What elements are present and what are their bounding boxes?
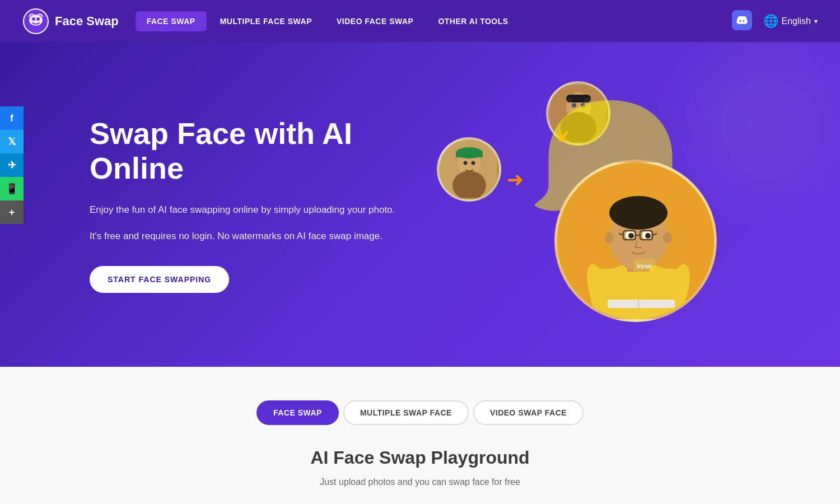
navbar: Face Swap FACE SWAP MULTIPLE FACE SWAP V…	[0, 0, 840, 42]
globe-icon: 🌐	[763, 14, 778, 29]
nav-links: FACE SWAP MULTIPLE FACE SWAP VIDEO FACE …	[136, 11, 732, 31]
svg-point-26	[609, 196, 668, 230]
hero-content: Swap Face with AI Online Enjoy the fun o…	[90, 116, 403, 293]
hero-image-area: ➜ ➜	[403, 76, 750, 333]
section-subtitle: Just upload photos and you can swap face…	[320, 477, 520, 487]
logo-text: Face Swap	[55, 14, 119, 29]
nav-other-ai-tools[interactable]: OTHER AI TOOLS	[427, 11, 519, 31]
tab-multiple-swap-face[interactable]: MULTIPLE SWAP FACE	[343, 400, 469, 425]
svg-rect-19	[456, 153, 483, 157]
svg-point-29	[628, 233, 634, 239]
svg-point-36	[605, 232, 614, 244]
tab-video-swap-face[interactable]: VIDEO SWAP FACE	[473, 400, 584, 425]
nav-right: 🌐 English ▾	[732, 10, 818, 32]
bottom-section: FACE SWAP MULTIPLE SWAP FACE VIDEO SWAP …	[0, 367, 840, 504]
whatsapp-share-button[interactable]: 📱	[0, 177, 24, 200]
svg-point-16	[463, 161, 467, 165]
language-selector[interactable]: 🌐 English ▾	[763, 14, 818, 29]
language-label: English	[782, 16, 811, 26]
svg-point-2	[32, 17, 35, 21]
chevron-down-icon: ▾	[814, 17, 818, 25]
svg-point-30	[645, 233, 651, 239]
face-illustration-left	[441, 142, 497, 198]
inran-text: Inran	[637, 263, 652, 269]
nav-multiple-face-swap[interactable]: MULTIPLE FACE SWAP	[209, 11, 323, 31]
share-button[interactable]: +	[0, 200, 24, 224]
whatsapp-icon: 📱	[6, 183, 18, 195]
nav-video-face-swap[interactable]: VIDEO FACE SWAP	[325, 11, 424, 31]
discord-button[interactable]	[732, 10, 752, 32]
discord-icon	[732, 10, 752, 30]
logo-link[interactable]: Face Swap	[22, 8, 119, 35]
face-circle-left	[437, 137, 501, 202]
twitter-share-button[interactable]: 𝕏	[0, 130, 24, 153]
svg-rect-40	[608, 300, 675, 308]
hero-description-1: Enjoy the fun of AI face swapping online…	[90, 202, 403, 217]
start-face-swapping-button[interactable]: START FACE SWAPPING	[90, 266, 229, 293]
telegram-icon: ✈	[8, 159, 16, 171]
hero-description-2: It's free and requires no login. No wate…	[90, 228, 403, 244]
share-icon: +	[9, 207, 15, 218]
social-sidebar: f 𝕏 ✈ 📱 +	[0, 106, 24, 224]
hero-title: Swap Face with AI Online	[90, 116, 403, 185]
facebook-share-button[interactable]: f	[0, 106, 24, 130]
main-person-illustration	[557, 162, 717, 322]
svg-point-3	[36, 17, 40, 21]
svg-point-17	[471, 161, 475, 165]
twitter-icon: 𝕏	[8, 136, 16, 148]
facebook-icon: f	[10, 113, 13, 124]
tab-face-swap[interactable]: FACE SWAP	[256, 400, 339, 425]
section-title: AI Face Swap Playground	[310, 447, 529, 468]
telegram-share-button[interactable]: ✈	[0, 153, 24, 177]
svg-point-37	[663, 232, 672, 244]
tab-row: FACE SWAP MULTIPLE SWAP FACE VIDEO SWAP …	[256, 400, 584, 425]
main-face-circle	[554, 160, 717, 322]
logo-icon	[22, 8, 49, 35]
nav-face-swap[interactable]: FACE SWAP	[136, 11, 207, 31]
inran-label: Inran	[633, 259, 655, 272]
hero-section: Swap Face with AI Online Enjoy the fun o…	[0, 42, 840, 367]
